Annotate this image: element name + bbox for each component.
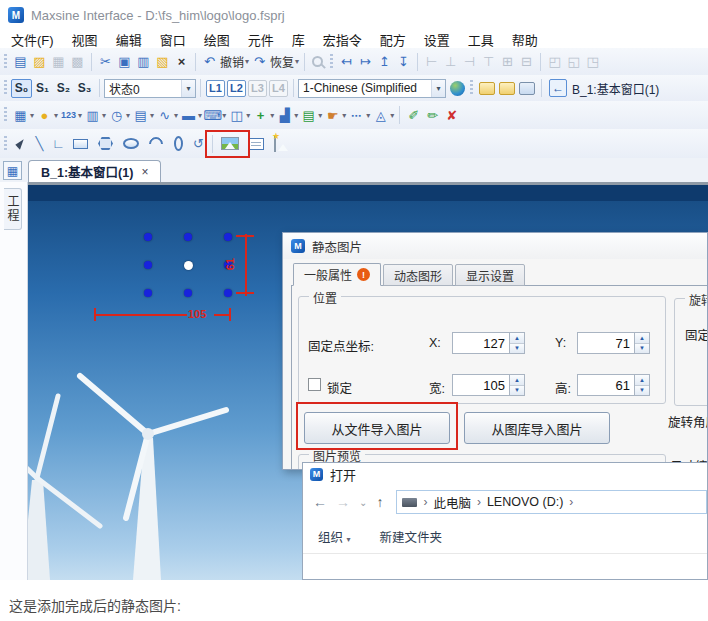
paste-special-icon[interactable]: ▥ xyxy=(134,52,153,72)
y-input[interactable] xyxy=(577,332,635,354)
oval-tool-icon[interactable] xyxy=(174,136,183,151)
menu-tools[interactable]: 工具 xyxy=(459,30,503,49)
nav-forward-icon[interactable]: → xyxy=(336,494,350,510)
toolbar-grip[interactable] xyxy=(4,80,7,96)
toolbar-grip[interactable] xyxy=(4,107,7,123)
lang-3-button[interactable]: L3 xyxy=(248,80,267,97)
chevron-down-icon[interactable]: ▾ xyxy=(174,111,178,120)
toolbar-grip[interactable] xyxy=(470,80,473,96)
globe-icon[interactable] xyxy=(450,81,465,96)
state-2-button[interactable]: S₂ xyxy=(53,79,74,98)
chevron-down-icon[interactable]: ▾ xyxy=(246,111,250,120)
selection-handle[interactable] xyxy=(144,261,152,269)
selection-center-handle[interactable] xyxy=(184,261,193,270)
align-left-icon[interactable]: ⊢ xyxy=(422,52,441,72)
height-input[interactable] xyxy=(577,374,635,396)
state-3-button[interactable]: S₃ xyxy=(74,79,95,98)
organize-button[interactable]: 组织 ▾ xyxy=(318,527,352,546)
align-top-icon[interactable]: ⊤ xyxy=(479,52,498,72)
spin-down-icon[interactable]: ▼ xyxy=(510,343,524,354)
line-tool-icon[interactable]: ╲ xyxy=(30,134,49,154)
chevron-down-icon[interactable]: ▾ xyxy=(270,111,274,120)
delete-icon[interactable]: × xyxy=(172,52,191,72)
fit-down-icon[interactable]: ↧ xyxy=(394,52,413,72)
spin-down-icon[interactable]: ▼ xyxy=(510,385,524,396)
selection-handle[interactable] xyxy=(224,233,232,241)
redo-dropdown-icon[interactable]: ▾ xyxy=(295,57,299,66)
breadcrumb-drive-d[interactable]: LENOVO (D:) xyxy=(487,495,563,509)
window-combo[interactable]: B_1:基本窗口(1) xyxy=(572,80,659,97)
redo-label[interactable]: 恢复 xyxy=(270,53,294,70)
selection-handle[interactable] xyxy=(144,233,152,241)
open-icon[interactable]: ▨ xyxy=(30,52,49,72)
width-input[interactable] xyxy=(452,374,510,396)
chevron-down-icon[interactable]: ▾ xyxy=(366,111,370,120)
selection-handle[interactable] xyxy=(144,289,152,297)
copy-icon[interactable]: ▣ xyxy=(115,52,134,72)
save-icon[interactable]: ▦ xyxy=(49,52,68,72)
meter-tool-icon[interactable]: ◬ xyxy=(371,105,390,125)
chevron-down-icon[interactable]: ▾ xyxy=(126,111,130,120)
arc-tool-icon[interactable] xyxy=(146,134,166,154)
window-properties-icon[interactable] xyxy=(519,82,535,95)
cut-icon[interactable]: ✂ xyxy=(96,52,115,72)
undo-icon[interactable]: ↶ xyxy=(200,52,219,72)
chevron-down-icon[interactable]: ▾ xyxy=(342,111,346,120)
chevron-down-icon[interactable]: ▾ xyxy=(54,111,58,120)
bar-tool-icon[interactable]: ▬ xyxy=(179,105,198,125)
lang-1-button[interactable]: L1 xyxy=(206,80,225,97)
align-middle-icon[interactable]: ⊞ xyxy=(498,52,517,72)
zoom-icon[interactable] xyxy=(312,56,323,67)
menu-settings[interactable]: 设置 xyxy=(415,30,459,49)
redo-icon[interactable]: ↷ xyxy=(250,52,269,72)
report-tool-icon[interactable]: ▤ xyxy=(299,105,318,125)
save-all-icon[interactable]: ▩ xyxy=(68,52,87,72)
screen-tool-icon[interactable]: ▤ xyxy=(131,105,150,125)
window-cascade-icon[interactable]: ◱ xyxy=(564,52,583,72)
project-panel-tab[interactable]: 工程 xyxy=(4,188,22,230)
chevron-down-icon[interactable]: ▾ xyxy=(222,111,226,120)
gallery-tool-icon[interactable]: ★ xyxy=(274,136,276,151)
select-cursor-icon[interactable] xyxy=(14,137,23,149)
chart-tool-icon[interactable]: ▟ xyxy=(275,105,294,125)
chevron-down-icon[interactable]: ▾ xyxy=(78,111,82,120)
keypad-tool-icon[interactable]: ⌨ xyxy=(203,105,222,125)
rectangle-tool-icon[interactable] xyxy=(73,139,88,149)
dialog-title-bar[interactable]: M 静态图片 xyxy=(283,233,707,259)
align-right-icon[interactable]: ⊣ xyxy=(460,52,479,72)
chevron-down-icon[interactable]: ▾ xyxy=(181,80,195,97)
lang-2-button[interactable]: L2 xyxy=(227,80,246,97)
touch-tool-icon[interactable]: ☛ xyxy=(323,105,342,125)
panel-toggle-icon[interactable]: ▦ xyxy=(3,161,22,180)
chevron-down-icon[interactable]: ▾ xyxy=(102,111,106,120)
new-window-icon[interactable] xyxy=(479,82,495,95)
menu-file[interactable]: 文件(F) xyxy=(2,30,63,49)
valve-tool-icon[interactable]: + xyxy=(251,105,270,125)
spin-up-icon[interactable]: ▲ xyxy=(510,333,524,343)
trend-tool-icon[interactable]: ∿ xyxy=(155,105,174,125)
menu-help[interactable]: 帮助 xyxy=(503,30,547,49)
tab-display-settings[interactable]: 显示设置 xyxy=(455,264,525,286)
state-1-button[interactable]: S₁ xyxy=(32,79,53,98)
switch-tool-icon[interactable]: ◫ xyxy=(227,105,246,125)
x-input[interactable] xyxy=(452,332,510,354)
nav-history-icon[interactable]: ⌄ xyxy=(359,497,367,508)
lamp-tool-icon[interactable]: ● xyxy=(35,105,54,125)
lock-checkbox[interactable] xyxy=(308,378,321,391)
fit-width-icon[interactable]: ↤ xyxy=(337,52,356,72)
ellipse-tool-icon[interactable] xyxy=(123,138,139,149)
menu-macro[interactable]: 宏指令 xyxy=(314,30,371,49)
selection-handle[interactable] xyxy=(224,289,232,297)
tab-general-properties[interactable]: 一般属性 ! xyxy=(293,263,381,286)
progress-tool-icon[interactable]: ▪▪▪ xyxy=(347,105,366,125)
clock-tool-icon[interactable]: ◷ xyxy=(107,105,126,125)
chevron-down-icon[interactable]: ▾ xyxy=(431,80,445,97)
new-folder-button[interactable]: 新建文件夹 xyxy=(380,527,443,546)
spin-down-icon[interactable]: ▼ xyxy=(635,385,649,396)
spin-down-icon[interactable]: ▼ xyxy=(635,343,649,354)
selection-handle[interactable] xyxy=(184,233,192,241)
chevron-down-icon[interactable]: ▾ xyxy=(318,111,322,120)
menu-edit[interactable]: 编辑 xyxy=(107,30,151,49)
tab-dynamic-graphics[interactable]: 动态图形 xyxy=(383,264,453,286)
text-tool-icon[interactable]: ▥ xyxy=(83,105,102,125)
